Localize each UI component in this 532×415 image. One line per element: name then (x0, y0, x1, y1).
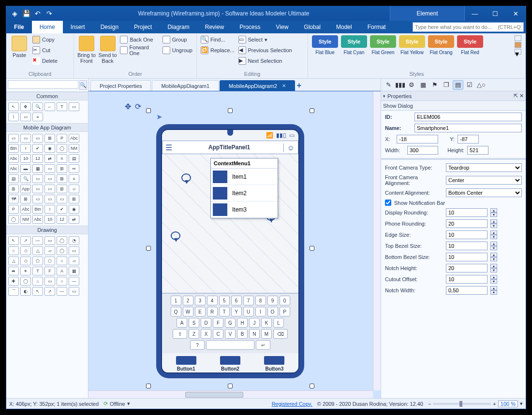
tool-item[interactable]: ✥ (20, 102, 31, 111)
tool-item[interactable]: ▭ (44, 236, 55, 245)
tool-item[interactable]: ◇ (20, 246, 31, 255)
menu-process[interactable]: Process (232, 21, 268, 33)
tool-item[interactable]: △ (8, 257, 19, 265)
tool-item[interactable]: 🔍 (20, 174, 31, 183)
tool-item[interactable]: ◯ (20, 277, 31, 286)
tool-item[interactable]: ✔ (32, 144, 43, 153)
undo-icon[interactable]: ↶ (33, 9, 42, 18)
zoom-menu-icon[interactable]: ▾ (520, 401, 523, 407)
tool-item[interactable]: ▤ (69, 154, 79, 163)
forward-one-button[interactable]: Forward One (119, 45, 159, 55)
tool-item[interactable]: ▭ (44, 195, 55, 203)
zoom-in-button[interactable]: + (493, 401, 496, 407)
tool-item[interactable]: 10 (44, 215, 55, 224)
menu-review[interactable]: Review (197, 21, 232, 33)
bring-front-button[interactable]: Bring to Front (77, 35, 96, 64)
tool-item[interactable]: P (57, 134, 67, 143)
tool-item[interactable]: 🔍 (32, 102, 43, 111)
notch-width-input[interactable] (446, 286, 488, 295)
tool-item[interactable]: Abc (20, 205, 31, 214)
tool-item[interactable]: — (32, 236, 43, 245)
tool-item[interactable]: ⊞ (8, 185, 19, 193)
paste-button[interactable]: Paste (9, 35, 30, 58)
copy-button[interactable]: Copy (31, 35, 59, 44)
x-input[interactable] (397, 135, 438, 143)
edge-size-input[interactable] (446, 230, 488, 239)
help-search-input[interactable] (413, 22, 524, 32)
style-more-icon[interactable] (515, 35, 521, 41)
tool-item[interactable]: ◯ (57, 246, 67, 255)
tool-item[interactable]: ▬ (20, 164, 31, 173)
show-notification-checkbox[interactable] (385, 200, 391, 206)
tool-item[interactable]: ▭ (69, 102, 79, 111)
tool-item[interactable]: A (57, 267, 67, 275)
tool-item[interactable]: ▭ (8, 134, 19, 143)
tool-item[interactable]: ▦ (32, 164, 43, 173)
tool-item[interactable]: ▱ (44, 246, 55, 255)
style-chip[interactable]: Style (370, 35, 396, 48)
tool-item[interactable]: T (32, 267, 43, 275)
tool-item[interactable]: ○ (8, 246, 19, 255)
zoom-value[interactable]: 100 % (498, 401, 518, 407)
tool-item[interactable]: 🗺 (8, 195, 19, 203)
save-icon[interactable]: 💾 (22, 9, 30, 18)
tool-item[interactable]: ⊠ (44, 134, 55, 143)
brush-icon[interactable]: ▮▮▮ (395, 80, 405, 90)
name-input[interactable] (414, 124, 522, 132)
tool-item[interactable]: ▭ (69, 287, 79, 296)
tool-item[interactable]: ▭ (44, 277, 55, 286)
flag-icon[interactable]: ⚑ (429, 80, 440, 90)
style-chip[interactable]: Style (457, 35, 483, 48)
menu-view[interactable]: View (268, 21, 296, 33)
tool-item[interactable]: ▭ (44, 174, 55, 183)
tool-item[interactable]: I (20, 144, 31, 153)
tool-item[interactable]: ⇄ (44, 154, 55, 163)
layers-icon[interactable]: ❐ (441, 80, 452, 90)
tool-item[interactable]: ✶ (20, 267, 31, 275)
menu-global[interactable]: Global (296, 21, 328, 33)
tool-item[interactable]: NM (20, 215, 31, 224)
group-button[interactable]: Group (162, 35, 193, 44)
tool-item[interactable]: ○ (57, 257, 67, 265)
menu-file[interactable]: File (6, 21, 32, 33)
tool-item[interactable]: ◇ (20, 257, 31, 265)
tool-item[interactable]: △ (32, 246, 43, 255)
front-camera-align-select[interactable]: Center (446, 176, 522, 185)
style-chip[interactable]: Style (399, 35, 425, 48)
style-chip[interactable]: Style (428, 35, 454, 48)
tool-item[interactable]: ▭ (32, 174, 43, 183)
drawing-header[interactable]: Drawing (6, 226, 88, 234)
tool-item[interactable]: ⇔ (69, 164, 79, 173)
tool-item[interactable]: ⌂ (32, 277, 43, 286)
tool-item[interactable]: ⌐ (44, 102, 55, 111)
horizontal-scrollbar[interactable] (89, 390, 373, 398)
tool-item[interactable]: ▱ (69, 257, 79, 265)
properties-header[interactable]: ▾Properties⇱ ✕ (381, 91, 526, 101)
tool-item[interactable]: Abc (32, 215, 43, 224)
style-chip[interactable]: Style (341, 35, 367, 48)
tool-item[interactable]: ⊞ (57, 185, 67, 193)
tool-item[interactable]: ⊞ (57, 164, 67, 173)
tool-item[interactable]: 12 (32, 154, 43, 163)
canvas[interactable]: ✥⟳ ➤ 📶 ▮▮▯ ▭ ☰ AppTitl (89, 91, 381, 398)
style-film-icon[interactable] (515, 42, 521, 48)
tool-item[interactable]: Btn (8, 144, 19, 153)
tool-item[interactable]: ◔ (69, 236, 79, 245)
tool-item[interactable]: ⊠ (20, 195, 31, 203)
zoom-slider[interactable] (433, 403, 491, 405)
menu-design[interactable]: Design (93, 21, 126, 33)
tool-item[interactable]: I (44, 205, 55, 214)
edit-icon[interactable]: ✎ (383, 80, 394, 90)
tool-item[interactable]: — (57, 287, 67, 296)
tool-item[interactable]: ◉ (44, 144, 55, 153)
delete-button[interactable]: ✖Delete (31, 56, 59, 66)
tool-item[interactable]: ◐ (20, 287, 31, 296)
tool-item[interactable]: ◉ (69, 205, 79, 214)
move-handle[interactable]: ✥⟳ (125, 102, 141, 111)
ungroup-button[interactable]: Ungroup (162, 45, 193, 55)
menu-insert[interactable]: Insert (63, 21, 93, 33)
tool-item[interactable]: Abc (8, 164, 19, 173)
tool-item[interactable]: \ (8, 113, 19, 121)
registered-link[interactable]: Registered Copy. (272, 401, 312, 407)
tab-mobileappdiagram2[interactable]: MobileAppDiagram2✕ (220, 80, 295, 91)
